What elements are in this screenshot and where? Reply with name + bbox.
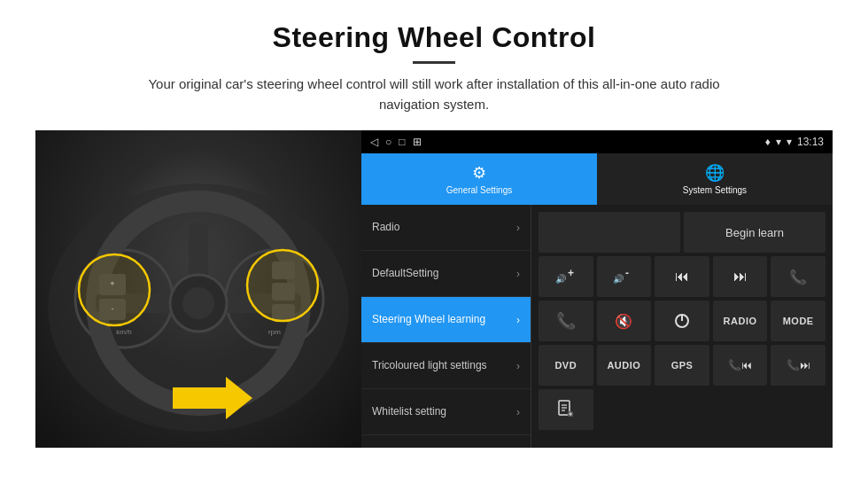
steering-img-inner: km/h rpm + -	[35, 130, 361, 448]
menu-tricoloured-label: Tricoloured light settings	[372, 359, 487, 373]
gps-button[interactable]: GPS	[655, 345, 709, 386]
svg-text:+: +	[568, 268, 574, 279]
svg-point-12	[182, 287, 214, 319]
vol-up-button[interactable]: 🔊 +	[539, 256, 593, 297]
apps-icon: ⊞	[413, 136, 422, 148]
mode-text-label: MODE	[783, 316, 814, 326]
status-bar-left: ◁ ○ □ ⊞	[370, 136, 422, 148]
tab-system[interactable]: 🌐 System Settings	[597, 153, 833, 205]
mute-button[interactable]: 🔇	[597, 301, 652, 341]
signal-icon: ▾	[787, 136, 792, 148]
svg-point-21	[247, 250, 318, 321]
tab-general-label: General Settings	[446, 185, 513, 195]
title-divider	[413, 61, 455, 64]
begin-learn-button[interactable]: Begin learn	[684, 212, 825, 253]
content-row: km/h rpm + -	[35, 130, 833, 448]
vol-down-button[interactable]: 🔊 -	[597, 256, 652, 297]
steering-chevron-icon: ›	[516, 314, 520, 326]
svg-text:rpm: rpm	[268, 328, 281, 336]
steering-wheel-svg: km/h rpm + -	[35, 130, 361, 448]
vol-up-icon: 🔊 +	[555, 268, 577, 285]
phone-prev-button[interactable]: 📞⏮	[713, 345, 768, 386]
controls-panel: Begin learn 🔊 + 🔊	[531, 205, 833, 448]
vol-down-icon: 🔊 -	[613, 268, 634, 285]
radio-text-button[interactable]: RADIO	[713, 301, 768, 341]
svg-text:-: -	[625, 268, 629, 279]
audio-button[interactable]: AUDIO	[597, 345, 652, 386]
audio-text-label: AUDIO	[607, 360, 640, 371]
phone-next-button[interactable]: 📞⏭	[771, 345, 825, 386]
menu-item-tricoloured[interactable]: Tricoloured light settings ›	[361, 343, 531, 389]
power-icon	[673, 312, 691, 330]
menu-default-label: DefaultSetting	[372, 267, 438, 281]
control-grid-row1: 🔊 + 🔊 - ⏮	[539, 256, 825, 297]
next-track-icon: ⏭	[733, 269, 748, 285]
blank-cell	[539, 212, 680, 253]
time-display: 13:13	[797, 136, 824, 148]
control-grid-row2: 📞 🔇 RADIO	[539, 301, 825, 341]
file-icon	[556, 400, 576, 419]
radio-chevron-icon: ›	[516, 222, 520, 234]
next-track-button[interactable]: ⏭	[713, 256, 768, 297]
prev-track-button[interactable]: ⏮	[655, 256, 709, 297]
radio-text-label: RADIO	[724, 316, 757, 326]
whitelist-chevron-icon: ›	[516, 406, 520, 418]
control-grid-row3: DVD AUDIO GPS 📞⏮ 📞⏭	[539, 345, 825, 386]
page-subtitle: Your original car's steering wheel contr…	[124, 74, 744, 114]
default-chevron-icon: ›	[516, 268, 520, 280]
android-panel: ◁ ○ □ ⊞ ♦ ▾ ▾ 13:13 ⚙ General Settings	[361, 130, 833, 448]
menu-item-whitelist[interactable]: Whitelist setting ›	[361, 389, 531, 435]
prev-track-icon: ⏮	[675, 269, 689, 285]
status-bar: ◁ ○ □ ⊞ ♦ ▾ ▾ 13:13	[361, 130, 833, 153]
svg-point-20	[79, 254, 150, 325]
settings-list: Radio › DefaultSetting › Steering Wheel …	[361, 205, 833, 448]
title-section: Steering Wheel Control Your original car…	[35, 21, 833, 114]
settings-menu: Radio › DefaultSetting › Steering Wheel …	[361, 205, 531, 448]
menu-item-default[interactable]: DefaultSetting ›	[361, 251, 531, 297]
file-button[interactable]	[539, 389, 593, 430]
svg-text:km/h: km/h	[116, 328, 131, 336]
phone-prev-icon: 📞⏮	[728, 359, 752, 371]
answer-icon: 📞	[556, 311, 576, 331]
page-wrapper: Steering Wheel Control Your original car…	[0, 0, 868, 465]
steering-wheel-image: km/h rpm + -	[35, 130, 361, 448]
back-icon: ◁	[370, 136, 378, 148]
status-bar-right: ♦ ▾ ▾ 13:13	[765, 136, 824, 148]
control-grid-row4	[539, 389, 825, 430]
phone-icon: 📞	[789, 269, 807, 285]
home-icon: ○	[385, 136, 391, 148]
tab-general[interactable]: ⚙ General Settings	[361, 153, 597, 205]
dvd-button[interactable]: DVD	[539, 345, 593, 386]
phone-button[interactable]: 📞	[771, 256, 825, 297]
menu-item-steering[interactable]: Steering Wheel learning ›	[361, 297, 531, 343]
menu-radio-label: Radio	[372, 221, 399, 235]
svg-text:🔊: 🔊	[613, 273, 624, 285]
power-button[interactable]	[655, 301, 709, 341]
mute-icon: 🔇	[615, 313, 632, 330]
menu-whitelist-label: Whitelist setting	[372, 405, 446, 419]
tricoloured-chevron-icon: ›	[516, 360, 520, 372]
svg-text:🔊: 🔊	[555, 273, 567, 285]
system-settings-icon: 🌐	[705, 163, 725, 183]
gps-text-label: GPS	[671, 360, 694, 371]
answer-button[interactable]: 📞	[539, 301, 593, 341]
begin-learn-row: Begin learn	[539, 212, 825, 253]
menu-steering-label: Steering Wheel learning	[372, 313, 485, 327]
wifi-icon: ▾	[776, 136, 781, 148]
dvd-text-label: DVD	[554, 360, 577, 371]
tab-bar: ⚙ General Settings 🌐 System Settings	[361, 153, 833, 205]
phone-next-icon: 📞⏭	[787, 359, 810, 371]
general-settings-icon: ⚙	[472, 163, 486, 183]
location-icon: ♦	[765, 136, 771, 148]
mode-button[interactable]: MODE	[771, 301, 825, 341]
page-title: Steering Wheel Control	[35, 21, 833, 54]
tab-system-label: System Settings	[683, 185, 747, 195]
recents-icon: □	[399, 136, 405, 148]
menu-item-radio[interactable]: Radio ›	[361, 205, 531, 251]
